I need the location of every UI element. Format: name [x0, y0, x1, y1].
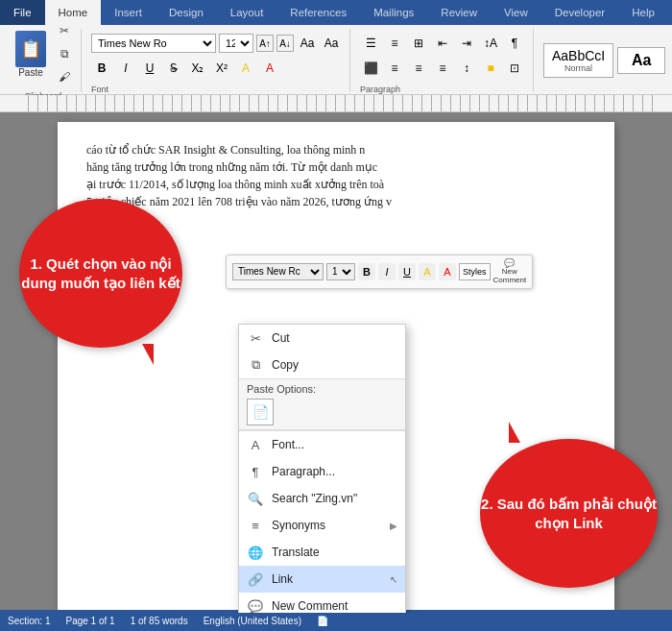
mini-new-comment-button[interactable]: 💬 NewComment: [493, 258, 527, 285]
align-left-button[interactable]: ⬛: [360, 58, 381, 79]
cut-button[interactable]: ✂: [54, 20, 75, 41]
subscript-button[interactable]: X₂: [187, 58, 208, 79]
mini-toolbar: Times New Rc 12 B I U A A Styles 💬 NewCo…: [226, 255, 533, 289]
paste-icon: 📋: [15, 31, 46, 67]
doc-line-4: 5 triệu chiếc năm 2021 lên 708 triệu vào…: [86, 193, 586, 210]
doc-line-1: cáo từ tổ chức SAR Insight & Consulting,…: [86, 141, 586, 158]
increase-indent-button[interactable]: ⇥: [456, 33, 477, 54]
clear-format-button[interactable]: Aa: [297, 33, 318, 54]
normal-style-button[interactable]: AaBbCcI Normal: [543, 43, 613, 78]
synonyms-arrow: ▶: [390, 521, 397, 531]
tab-help[interactable]: Help: [618, 0, 668, 25]
ctx-copy[interactable]: ⧉ Copy: [239, 352, 405, 378]
clipboard-section: 📋 Paste ✂ ⧉ 🖌 Clipboard: [6, 29, 82, 92]
ctx-cut[interactable]: ✂ Cut: [239, 325, 405, 352]
font-section: Times New Ro 12 A↑ A↓ Aa Aa B I U S̶ X₂ …: [84, 29, 350, 92]
tab-design[interactable]: Design: [156, 0, 217, 25]
align-center-button[interactable]: ≡: [384, 58, 405, 79]
bold-button[interactable]: B: [91, 58, 112, 79]
tab-review[interactable]: Review: [427, 0, 491, 25]
paste-keep-source[interactable]: 📄: [247, 399, 274, 425]
ctx-font[interactable]: A Font...: [239, 430, 405, 458]
borders-button[interactable]: ⊡: [504, 58, 525, 79]
mini-new-label: NewComment: [493, 268, 527, 285]
copy-ctx-icon: ⧉: [247, 356, 264, 374]
ctx-paste-options: Paste Options: 📄: [239, 378, 405, 430]
synonyms-icon: ≡: [247, 517, 264, 534]
strikethrough-button[interactable]: S̶: [163, 58, 184, 79]
ctx-paragraph-label: Paragraph...: [272, 465, 397, 478]
document-area: cáo từ tổ chức SAR Insight & Consulting,…: [0, 112, 672, 613]
format-painter-button[interactable]: 🖌: [54, 66, 75, 87]
status-language: English (United States): [204, 616, 301, 626]
change-case-button[interactable]: Aa: [321, 33, 342, 54]
mini-underline-button[interactable]: U: [398, 263, 416, 280]
ctx-translate[interactable]: 🌐 Translate: [239, 539, 405, 566]
tab-insert[interactable]: Insert: [101, 0, 156, 25]
heading1-style-button[interactable]: Aa: [617, 47, 665, 74]
paragraph-ctx-icon: ¶: [247, 463, 264, 480]
superscript-button[interactable]: X²: [211, 58, 232, 79]
italic-button[interactable]: I: [115, 58, 136, 79]
paragraph-section: ☰ ≡ ⊞ ⇤ ⇥ ↕A ¶ ⬛ ≡ ≡ ≡ ↕ ■ ⊡ Paragraph: [352, 29, 534, 92]
ctx-link[interactable]: 🔗 Link ↖: [239, 566, 405, 593]
decrease-indent-button[interactable]: ⇤: [432, 33, 453, 54]
cut-icon: ✂: [247, 329, 264, 347]
search-ctx-icon: 🔍: [247, 490, 264, 507]
mini-italic-button[interactable]: I: [378, 263, 396, 280]
style-preview: AaBbCcI: [552, 48, 605, 63]
paste-options-label: Paste Options:: [247, 383, 397, 395]
paste-button[interactable]: 📋 Paste: [12, 29, 50, 80]
multilevel-button[interactable]: ⊞: [408, 33, 429, 54]
shading-button[interactable]: ■: [480, 58, 501, 79]
numbering-button[interactable]: ≡: [384, 33, 405, 54]
font-ctx-icon: A: [247, 436, 264, 453]
mini-highlight-button[interactable]: A: [419, 263, 436, 280]
bullets-button[interactable]: ☰: [360, 33, 381, 54]
mini-font-select[interactable]: Times New Rc: [232, 263, 324, 280]
callout-bubble-2: 2. Sau đó bấm phải chuột chọn Link: [480, 439, 658, 588]
align-right-button[interactable]: ≡: [408, 58, 429, 79]
highlight-button[interactable]: A: [235, 58, 256, 79]
show-marks-button[interactable]: ¶: [504, 33, 525, 54]
line-spacing-button[interactable]: ↕: [456, 58, 477, 79]
callout-1-text: 1. Quét chọn vào nội dung muốn tạo liên …: [19, 255, 182, 292]
tab-bar: File Home Insert Design Layout Reference…: [0, 0, 672, 25]
ruler-inner: [19, 95, 653, 111]
copy-button[interactable]: ⧉: [54, 43, 75, 64]
toolbar: 📋 Paste ✂ ⧉ 🖌 Clipboard Times New Ro 12 …: [0, 25, 672, 95]
translate-icon: 🌐: [247, 544, 264, 561]
tab-developer[interactable]: Developer: [541, 0, 618, 25]
font-color-button[interactable]: A: [259, 58, 280, 79]
styles-section: AaBbCcI Normal Aa 💬 NewComment: [536, 29, 672, 92]
font-name-select[interactable]: Times New Ro: [91, 34, 216, 53]
callout-2-text: 2. Sau đó bấm phải chuột chọn Link: [480, 495, 658, 532]
mini-styles-button[interactable]: Styles: [459, 263, 491, 280]
status-words: 1 of 85 words: [131, 616, 188, 626]
font-grow-button[interactable]: A↑: [256, 35, 274, 52]
font-shrink-button[interactable]: A↓: [276, 35, 294, 52]
ctx-search[interactable]: 🔍 Search "Zing.vn": [239, 485, 405, 512]
ctx-synonyms[interactable]: ≡ Synonyms ▶: [239, 512, 405, 539]
context-menu: ✂ Cut ⧉ Copy Paste Options: 📄 A Font... …: [238, 324, 406, 613]
tab-references[interactable]: References: [276, 0, 360, 25]
mini-size-select[interactable]: 12: [326, 263, 355, 280]
paragraph-label: Paragraph: [360, 85, 525, 94]
underline-button[interactable]: U: [139, 58, 160, 79]
doc-line-2: hăng tăng trưởng lớn trong những năm tới…: [86, 158, 586, 176]
new-comment-ctx-icon: 💬: [247, 597, 264, 613]
tab-mailings[interactable]: Mailings: [360, 0, 427, 25]
paste-icons-row: 📄: [247, 399, 397, 425]
status-page: Page 1 of 1: [65, 616, 114, 626]
para-row-1: ☰ ≡ ⊞ ⇤ ⇥ ↕A ¶: [360, 33, 525, 54]
ctx-new-comment[interactable]: 💬 New Comment: [239, 593, 405, 613]
ctx-paragraph[interactable]: ¶ Paragraph...: [239, 458, 405, 485]
status-icon: 📄: [317, 616, 328, 626]
mini-bold-button[interactable]: B: [358, 263, 375, 280]
font-size-select[interactable]: 12: [219, 34, 253, 53]
tab-view[interactable]: View: [491, 0, 541, 25]
mini-font-color-button[interactable]: A: [439, 263, 456, 280]
tab-layout[interactable]: Layout: [217, 0, 277, 25]
justify-button[interactable]: ≡: [432, 58, 453, 79]
sort-button[interactable]: ↕A: [480, 33, 501, 54]
